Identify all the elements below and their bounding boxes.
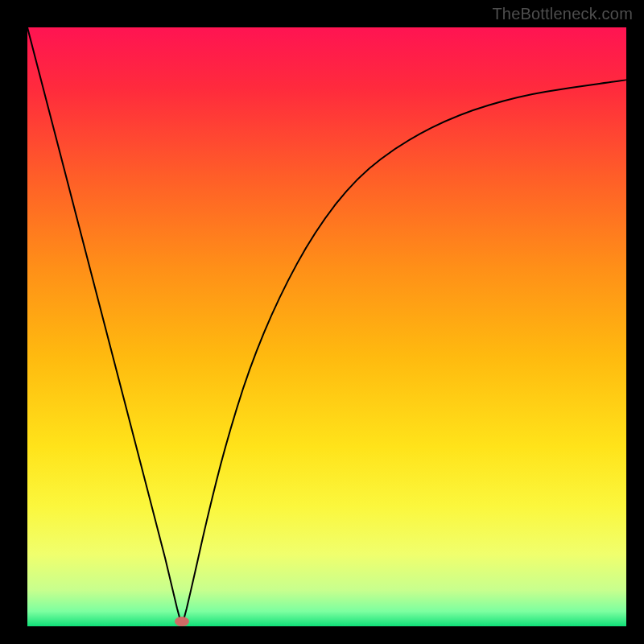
plot-area [27, 27, 626, 626]
bottleneck-curve-svg [27, 27, 626, 626]
chart-frame: TheBottleneck.com [0, 0, 644, 644]
watermark-text: TheBottleneck.com [492, 5, 633, 23]
gradient-background [27, 27, 626, 626]
minimum-marker [175, 617, 189, 626]
